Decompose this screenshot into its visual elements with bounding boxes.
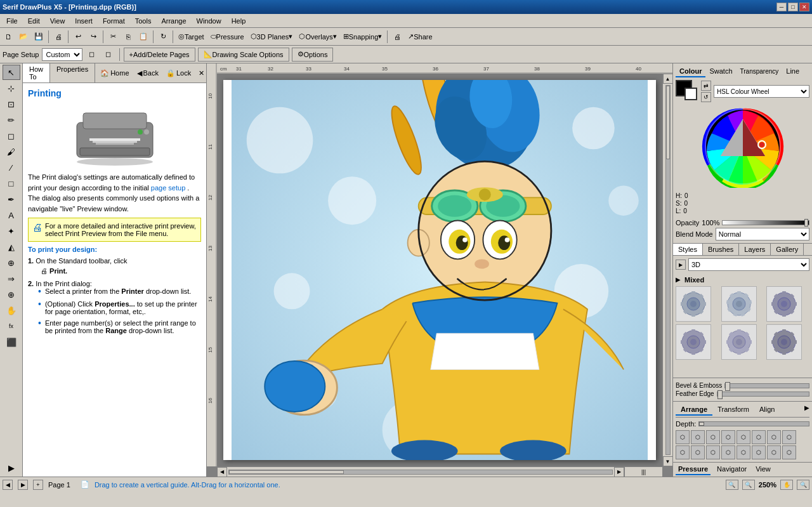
close-button[interactable]: ✕ [799, 3, 809, 11]
bevel-slider[interactable] [724, 383, 809, 388]
arrange-btn-15[interactable]: ⬡ [767, 445, 781, 459]
tab-line[interactable]: Line [782, 66, 803, 77]
style-item-6[interactable] [766, 324, 802, 360]
pen-tool[interactable]: ✒ [3, 192, 20, 207]
rbtab-navigator[interactable]: Navigator [714, 464, 749, 475]
pan-tool[interactable]: ✋ [3, 303, 20, 318]
copy-button[interactable]: ⎘ [121, 30, 135, 44]
v-scrollbar[interactable]: ▲ ▼ [662, 74, 672, 466]
arrange-btn-6[interactable]: ⬡ [752, 430, 766, 444]
arrange-btn-2[interactable]: ⬡ [691, 430, 705, 444]
arrange-btn-9[interactable]: ⬡ [676, 445, 690, 459]
window-controls[interactable]: ─ □ ✕ [776, 3, 809, 11]
opacity-thumb[interactable] [804, 219, 808, 227]
line-tool[interactable]: ∕ [3, 160, 20, 175]
menu-view[interactable]: View [45, 16, 70, 26]
tab-how-to[interactable]: How To [23, 63, 50, 82]
lock-btn[interactable]: 🔒 Lock [164, 68, 193, 79]
arrange-btn-12[interactable]: ⬡ [721, 445, 735, 459]
tab-arrange[interactable]: Arrange [676, 404, 712, 416]
print-button[interactable]: 🖨 [51, 30, 65, 44]
style-item-4[interactable] [676, 324, 711, 360]
cut-button[interactable]: ✂ [106, 30, 120, 44]
page-setup-select[interactable]: Custom [42, 48, 82, 61]
add-page-button[interactable]: + [33, 480, 43, 490]
connector-tool[interactable]: ⇒ [3, 271, 20, 286]
color-fill-tool[interactable]: ⬛ [3, 334, 20, 350]
text-tool[interactable]: A [3, 207, 20, 223]
select-tool[interactable]: ↖ [3, 65, 20, 80]
colour-model-select[interactable]: HSL Colour Wheel [714, 85, 809, 98]
paint-tool[interactable]: 🖌 [3, 144, 20, 159]
drawing-scale-button[interactable]: 📐 Drawing Scale Options [198, 48, 289, 62]
depth-slider[interactable] [698, 421, 809, 426]
pressure-button[interactable]: ⬭ Pressure [208, 30, 247, 44]
depth-thumb[interactable] [699, 422, 704, 426]
new-button[interactable]: 🗋 [1, 30, 15, 44]
tab-properties[interactable]: Properties [50, 63, 95, 82]
tab-align[interactable]: Align [754, 404, 780, 416]
arrange-btn-4[interactable]: ⬡ [721, 430, 735, 444]
swap-colors-button[interactable]: ⇄ [701, 81, 711, 91]
menu-window[interactable]: Window [192, 16, 226, 26]
bevel-link[interactable]: Bevel & Emboss [676, 382, 722, 389]
menu-help[interactable]: Help [226, 16, 251, 26]
arrange-btn-7[interactable]: ⬡ [767, 430, 781, 444]
3d-planes-button[interactable]: ⬡ 3D Planes ▾ [248, 30, 296, 44]
scroll-right-button[interactable]: ▶ [614, 467, 624, 477]
paste-button[interactable]: 📋 [136, 30, 150, 44]
transform-tool[interactable]: ⊕ [3, 255, 20, 270]
menu-tools[interactable]: Tools [130, 16, 157, 26]
menu-file[interactable]: File [1, 16, 23, 26]
overlays-button[interactable]: ⬡ Overlays ▾ [296, 30, 339, 44]
fx-tool[interactable]: fx [3, 319, 20, 334]
bevel-thumb[interactable] [725, 382, 730, 391]
size-small[interactable]: ◻ [85, 48, 99, 62]
menu-format[interactable]: Format [98, 16, 130, 26]
arrange-btn-10[interactable]: ⬡ [691, 445, 705, 459]
eraser-tool[interactable]: ◻ [3, 128, 20, 143]
v-scroll-thumb[interactable] [666, 86, 670, 159]
background-color[interactable] [684, 88, 697, 100]
arrange-btn-1[interactable]: ⬡ [676, 430, 690, 444]
tab-gallery[interactable]: Gallery [771, 244, 804, 255]
feather-thumb[interactable] [717, 390, 723, 399]
scroll-up-button[interactable]: ▲ [663, 74, 673, 84]
styles-category-collapse[interactable]: ▶ [676, 260, 686, 270]
arrange-btn-16[interactable]: ⬡ [782, 445, 796, 459]
back-btn[interactable]: ◀ Back [134, 68, 161, 79]
prev-page-button[interactable]: ◀ [3, 480, 13, 490]
options-button[interactable]: ⚙ Options [292, 48, 334, 62]
arrange-btn-3[interactable]: ⬡ [706, 430, 720, 444]
tab-transform[interactable]: Transform [712, 404, 754, 416]
tab-styles[interactable]: Styles [673, 244, 703, 255]
print-btn2[interactable]: 🖨 [390, 30, 404, 44]
tab-colour[interactable]: Colour [676, 66, 705, 77]
minimize-button[interactable]: ─ [776, 3, 787, 11]
shape-tool[interactable]: □ [3, 176, 20, 191]
rotate-button[interactable]: ↻ [156, 30, 170, 44]
scroll-left-button[interactable]: ◀ [217, 467, 227, 477]
help-close-btn[interactable]: ✕ [196, 68, 207, 79]
zoom-tool[interactable]: ⊕ [3, 287, 20, 302]
v-scroll-track[interactable] [665, 85, 671, 455]
h-scroll-track[interactable] [228, 470, 613, 475]
crop-tool[interactable]: ⊡ [3, 96, 20, 112]
hand-tool-button[interactable]: ✋ [780, 480, 793, 490]
arrange-btn-14[interactable]: ⬡ [752, 445, 766, 459]
h-scroll-thumb[interactable] [229, 470, 344, 474]
feather-slider[interactable] [717, 392, 809, 397]
zoom-in-button[interactable]: 🔍 [742, 480, 755, 490]
open-button[interactable]: 📂 [16, 30, 30, 44]
style-item-3[interactable] [766, 286, 802, 322]
redo-button[interactable]: ↪ [86, 30, 100, 44]
opacity-slider[interactable] [722, 220, 809, 225]
colour-wheel-svg[interactable] [702, 105, 784, 188]
mixed-expand-icon[interactable]: ▶ [676, 276, 681, 283]
scroll-down-button[interactable]: ▼ [663, 456, 673, 466]
tab-layers[interactable]: Layers [739, 244, 771, 255]
styles-category-select[interactable]: 3D [688, 258, 809, 271]
rbtab-view[interactable]: View [753, 464, 773, 475]
menu-insert[interactable]: Insert [70, 16, 98, 26]
zoom-select-button[interactable]: 🔍 [797, 480, 809, 490]
